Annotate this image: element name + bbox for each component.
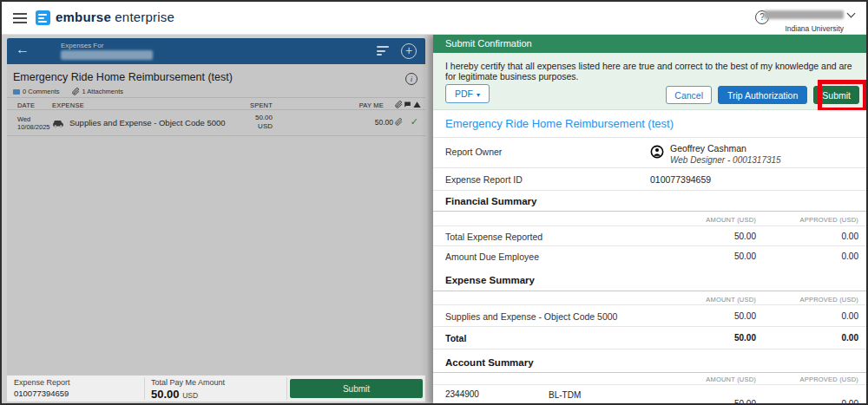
account-name-line2: TRANSPORTATION DEMAND xyxy=(549,402,648,405)
menu-icon[interactable] xyxy=(13,13,27,23)
dialog-report-title: Emergency Ride Home Reimbursement (test) xyxy=(445,117,674,130)
total-pay-label: Total Pay Me Amount xyxy=(151,378,225,387)
total-pay-block: Total Pay Me Amount 50.00 USD xyxy=(151,378,225,401)
approved-column-header: APPROVED (USD) xyxy=(800,216,858,224)
expense-panel-header: ← Expenses For + xyxy=(7,38,425,64)
approved-check-icon: ✓ xyxy=(411,116,418,127)
account-name: BL-TDM TRANSPORTATION DEMAND xyxy=(549,389,648,405)
table-row: Amount Due Employee 50.00 0.00 xyxy=(433,246,867,266)
expense-report-id-value: 010077394659 xyxy=(650,174,711,185)
approved-column-header: APPROVED (USD) xyxy=(800,296,858,304)
person-icon xyxy=(650,145,664,159)
info-icon[interactable]: i xyxy=(405,73,418,85)
payme-amount: 50.00 xyxy=(375,118,393,127)
table-row: Total Expense Reported 50.00 0.00 xyxy=(433,226,867,246)
footer-divider xyxy=(144,377,145,400)
brand-secondary: enterprise xyxy=(115,10,174,24)
account-summary-header: Account Summary xyxy=(433,349,867,373)
date-column-header: DATE xyxy=(17,101,35,109)
user-organization: Indiana University xyxy=(750,24,844,33)
spent-amount: 50.00 USD xyxy=(255,114,273,132)
warning-column-icon xyxy=(413,101,421,108)
account-approved: 0.00 xyxy=(842,399,858,405)
sort-icon[interactable] xyxy=(375,46,389,56)
brand-title: emburse enterprise xyxy=(56,10,174,24)
emburse-logo-icon xyxy=(36,10,50,25)
user-menu[interactable]: Indiana University xyxy=(750,6,854,33)
panel-submit-button[interactable]: Submit xyxy=(290,379,423,398)
comments-link[interactable]: 0 Comments xyxy=(13,88,60,95)
account-amount: 50.00 xyxy=(734,399,756,405)
account-summary-colheads: AMOUNT (USD) APPROVED (USD) xyxy=(433,373,867,385)
back-icon[interactable]: ← xyxy=(16,42,30,57)
expense-report-id-row: Expense Report ID 010077394659 xyxy=(433,168,867,191)
attachments-label: 1 Attachments xyxy=(82,88,124,95)
car-icon xyxy=(52,118,64,128)
attachment-column-icon xyxy=(395,101,403,108)
top-nav: emburse enterprise ? Indiana University xyxy=(2,2,866,35)
report-owner-role: Web Designer - 0001317315 xyxy=(670,155,781,165)
approved-column-header: APPROVED (USD) xyxy=(800,376,858,383)
redacted-owner-name xyxy=(61,50,153,60)
expense-report-id-label: Expense Report ID xyxy=(445,174,523,185)
expense-table-header: DATE EXPENSE SPENT PAY ME xyxy=(7,97,425,109)
expenses-for-label: Expenses For xyxy=(61,42,103,49)
report-owner-name: Geoffrey Cashman xyxy=(670,143,781,154)
comments-label: 0 Comments xyxy=(23,88,60,95)
amount-column-header: AMOUNT (USD) xyxy=(706,376,756,383)
account-row: 2344900 BL-TDM TRANSPORTATION DEMAND 50.… xyxy=(433,385,867,405)
comment-icon xyxy=(13,89,20,95)
comment-column-icon xyxy=(404,101,411,108)
dialog-content: Emergency Ride Home Reimbursement (test)… xyxy=(433,110,867,405)
row-paperclip-icon xyxy=(395,118,403,126)
expense-date: Wed 10/08/2025 xyxy=(17,115,50,132)
brand-primary: emburse xyxy=(56,10,111,24)
app-window: emburse enterprise ? Indiana University … xyxy=(0,0,868,405)
cancel-button[interactable]: Cancel xyxy=(666,86,712,104)
chevron-down-icon xyxy=(847,9,856,17)
spent-column-header: SPENT xyxy=(250,101,273,109)
dialog-title: Submit Confirmation xyxy=(433,35,867,53)
expense-column-header: EXPENSE xyxy=(52,101,84,109)
expense-report-label: Expense Report xyxy=(14,378,70,387)
report-owner-label: Report Owner xyxy=(445,147,502,157)
expense-list: Emergency Ride Home Reimbursement (test)… xyxy=(7,64,425,375)
submit-confirmation-dialog: Submit Confirmation I hereby certify tha… xyxy=(433,35,867,405)
attachments-link[interactable]: 1 Attachments xyxy=(72,88,124,95)
total-amount: 50.00 xyxy=(151,388,180,401)
expense-report-id: 010077394659 xyxy=(14,389,70,398)
certify-section: I hereby certify that all expenses liste… xyxy=(433,53,867,110)
expense-description: Supplies and Expense - Object Code 5000 xyxy=(69,118,226,127)
caret-down-icon: ▾ xyxy=(477,91,480,99)
expense-row[interactable]: Wed 10/08/2025 Supplies and Expense - Ob… xyxy=(7,109,425,136)
report-meta: 0 Comments 1 Attachments xyxy=(13,88,123,95)
pdf-dropdown-button[interactable]: PDF▾ xyxy=(445,84,490,103)
certify-statement: I hereby certify that all expenses liste… xyxy=(445,61,858,82)
submit-highlight-annotation xyxy=(818,80,867,112)
report-footer: Expense Report 010077394659 Total Pay Me… xyxy=(7,375,425,402)
expense-summary-colheads: AMOUNT (USD) APPROVED (USD) xyxy=(433,291,867,305)
expense-summary-header: Expense Summary xyxy=(433,266,867,291)
add-expense-icon[interactable]: + xyxy=(401,43,417,59)
total-currency: USD xyxy=(182,391,198,400)
table-row: Supplies and Expense - Object Code 5000 … xyxy=(433,305,867,327)
redacted-user-name xyxy=(764,10,844,19)
expense-report-panel: ← Expenses For + Emergency Ride Home Rei… xyxy=(7,36,425,403)
payme-column-header: PAY ME xyxy=(359,101,384,109)
report-owner-row: Report Owner Geoffrey Cashman Web Design… xyxy=(433,137,867,168)
amount-column-header: AMOUNT (USD) xyxy=(706,296,756,304)
financial-summary-header: Financial Summary xyxy=(433,191,867,212)
account-number: 2344900 xyxy=(445,389,479,399)
report-title: Emergency Ride Home Reimbursement (test) xyxy=(13,71,398,83)
trip-authorization-button[interactable]: Trip Authorization xyxy=(718,86,807,104)
expense-report-id-block: Expense Report 010077394659 xyxy=(14,378,70,398)
table-row-total: Total 50.00 0.00 xyxy=(433,327,867,349)
amount-column-header: AMOUNT (USD) xyxy=(706,216,756,224)
financial-summary-colheads: AMOUNT (USD) APPROVED (USD) xyxy=(433,212,867,226)
footer-divider xyxy=(286,377,287,400)
paperclip-icon xyxy=(72,88,80,95)
